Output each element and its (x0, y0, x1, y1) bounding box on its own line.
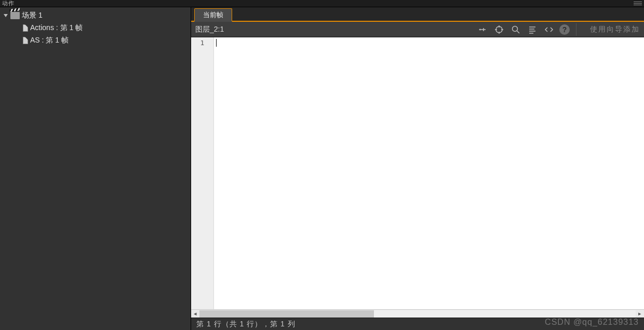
text-cursor-icon (216, 39, 217, 47)
svg-marker-0 (4, 14, 8, 17)
panel-titlebar: 动作 (0, 0, 644, 7)
script-page-icon (23, 24, 28, 32)
panel-menu-grip-icon[interactable] (634, 2, 642, 6)
line-number-gutter: 1 (191, 37, 214, 309)
code-area: 1 (191, 37, 644, 309)
status-bar: 第 1 行（共 1 行），第 1 列 (191, 318, 644, 330)
tree-item-label: Actions : 第 1 帧 (30, 23, 83, 33)
horizontal-scrollbar[interactable]: ◂ ▸ (191, 309, 644, 318)
scroll-thumb[interactable] (199, 310, 374, 318)
find-button[interactable] (509, 23, 522, 36)
scroll-left-button[interactable]: ◂ (191, 310, 199, 318)
tab-label: 当前帧 (203, 10, 223, 20)
svg-line-8 (517, 31, 520, 33)
tree-item[interactable]: AS : 第 1 帧 (0, 34, 191, 47)
cursor-position-label: 第 1 行（共 1 行），第 1 列 (196, 320, 296, 329)
format-code-button[interactable] (526, 23, 539, 36)
scroll-right-button[interactable]: ▸ (636, 310, 644, 318)
tree-item-label: AS : 第 1 帧 (30, 36, 69, 45)
code-text-input[interactable] (214, 37, 644, 309)
line-number: 1 (191, 38, 213, 48)
script-navigator-panel: 场景 1 Actions : 第 1 帧 AS : 第 1 帧 (0, 7, 191, 330)
panel-title: 动作 (2, 0, 15, 7)
disclosure-triangle-icon[interactable] (3, 13, 8, 18)
main-split: 场景 1 Actions : 第 1 帧 AS : 第 1 帧 当前帧 图层_2… (0, 7, 644, 330)
editor-toolbar: 图层_2:1 (191, 22, 644, 37)
tree-item[interactable]: Actions : 第 1 帧 (0, 22, 191, 34)
tab-current-frame[interactable]: 当前帧 (194, 8, 232, 22)
layer-path-label: 图层_2:1 (195, 25, 224, 34)
add-with-wizard-button[interactable]: 使用向导添加 (583, 25, 640, 34)
pin-button[interactable] (476, 23, 489, 36)
svg-marker-1 (479, 29, 480, 31)
scene-icon (10, 12, 20, 19)
code-snippets-button[interactable] (543, 23, 555, 36)
svg-point-7 (513, 26, 518, 31)
help-button[interactable]: ? (559, 24, 570, 35)
editor-tabstrip: 当前帧 (191, 7, 644, 22)
code-editor-panel: 当前帧 图层_2:1 (191, 7, 644, 330)
target-button[interactable] (493, 23, 505, 36)
script-page-icon (23, 37, 28, 44)
toolbar-divider (576, 23, 576, 36)
tree-root-scene[interactable]: 场景 1 (0, 9, 191, 22)
tree-root-label: 场景 1 (22, 11, 43, 20)
scroll-track[interactable] (199, 310, 636, 318)
